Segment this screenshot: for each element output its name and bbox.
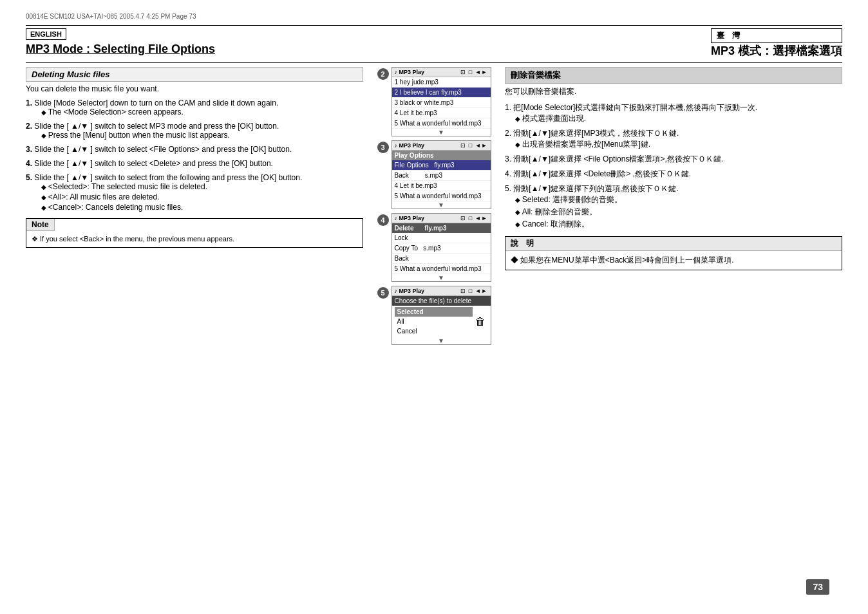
screen2-item-5: 5 What a wonderful world.mp3 (392, 118, 491, 129)
screen4-back: Back (392, 254, 491, 264)
screen2-item-4: 4 Let it be.mp3 (392, 108, 491, 118)
badge-3: 3 (377, 142, 389, 153)
top-divider (26, 25, 842, 26)
step-2-en: 2. Slide the [ ▲/▼ ] switch to select MP… (26, 122, 363, 140)
bullet-5-1: <Selected>: The selected music file is d… (41, 182, 363, 191)
zh-step-1-bullets: 模式選擇畫面出現. (515, 113, 842, 124)
zh-step-3: 3. 滑動[▲/▼]鍵來選擇 <File Options檔案選項>,然後按下ＯＫ… (505, 154, 842, 165)
zh-step-2: 2. 滑動[▲/▼]鍵來選擇[MP3模式，然後按下ＯＫ鍵. 出現音樂檔案選單時,… (505, 128, 842, 150)
screen2-header: ♪ MP3 Play ⊡ □ ◄► (392, 68, 491, 77)
screen2-icons: ⊡ □ ◄► (460, 69, 487, 75)
zh-step-text-5: 滑動[▲/▼]鍵來選擇下列的選項,然後按下ＯＫ鍵. (513, 184, 678, 193)
badge-5: 5 (377, 287, 389, 299)
screen4-copy-to: Copy To s.mp3 (392, 243, 491, 254)
screen2-item-3: 3 black or white.mp3 (392, 98, 491, 108)
screenshot-3-group: 3 ♪ MP3 Play ⊡ □ ◄► Play Options File Op… (377, 140, 491, 209)
zh-step-text-1: 把[Mode Selector]模式選擇鍵向下扳動來打開本機,然後再向下扳動一次… (513, 103, 757, 112)
screen3-file-options: File Options fly.mp3 (392, 160, 491, 171)
col-left: Deleting Music files You can delete the … (26, 67, 363, 345)
step-text-1: Slide [Mode Selector] down to turn on th… (34, 98, 278, 107)
screen3-icons: ⊡ □ ◄► (460, 142, 487, 149)
screen5-icons: ⊡ □ ◄► (460, 288, 487, 294)
steps-list-en: 1. Slide [Mode Selector] down to turn on… (26, 98, 363, 212)
main-title-zh: MP3 模式：選擇檔案選項 (711, 43, 842, 59)
screen2-title: ♪ MP3 Play (395, 69, 425, 75)
section-desc-en: You can delete the music file you want. (26, 84, 363, 93)
section-desc-zh: 您可以刪除音樂檔案. (505, 86, 842, 97)
screen5-choose-header: Choose the file(s) to delete (392, 296, 491, 306)
page-container: 00814E SCM102 USA+TAI~085 2005.4.7 4:25 … (0, 0, 868, 614)
note-content: If you select <Back> in the menu, the pr… (26, 231, 363, 247)
screenshot-5-group: 5 ♪ MP3 Play ⊡ □ ◄► Choose the file(s) t… (377, 286, 491, 345)
zh-step-5: 5. 滑動[▲/▼]鍵來選擇下列的選項,然後按下ＯＫ鍵. Seleted: 選擇… (505, 183, 842, 230)
screen5-selected: Selected (395, 307, 473, 317)
screen3-menu-section: Play Options (392, 151, 491, 160)
explain-box: 說 明 如果您在MENU菜單中選<Back返回>時會回到上一個菜單選項. (505, 236, 842, 270)
device-screen-5: ♪ MP3 Play ⊡ □ ◄► Choose the file(s) to … (392, 286, 491, 345)
device-screen-2: ♪ MP3 Play ⊡ □ ◄► 1 hey jude.mp3 2 I bel… (392, 67, 491, 136)
zh-bullet-5-3: Cancel: 取消刪除。 (515, 219, 842, 230)
step-1-bullets: The <Mode Selection> screen appears. (41, 107, 363, 116)
main-content: Deleting Music files You can delete the … (26, 67, 842, 345)
screen5-options-row: Selected All Cancel 🗑 (392, 306, 491, 337)
step-num-1: 1. (26, 98, 34, 107)
sub-divider (26, 62, 842, 63)
step-2-bullets: Press the [Menu] button when the music l… (41, 131, 363, 140)
zh-step-text-2: 滑動[▲/▼]鍵來選擇[MP3模式，然後按下ＯＫ鍵. (513, 129, 679, 138)
screenshots-col: 2 ♪ MP3 Play ⊡ □ ◄► 1 hey jude.mp3 2 I b… (376, 67, 492, 345)
zh-step-num-3: 3. (505, 154, 513, 163)
taiwan-badge: 臺 灣 (711, 28, 842, 43)
step-num-4: 4. (26, 159, 34, 168)
screen3-item-5: 5 What a wonderful world.mp3 (392, 191, 491, 201)
explain-title: 說 明 (505, 237, 842, 251)
step-num-5: 5. (26, 173, 34, 182)
trash-icon: 🗑 (473, 315, 488, 329)
page-header: ENGLISH MP3 Mode : Selecting File Option… (26, 28, 842, 59)
step-1-en: 1. Slide [Mode Selector] down to turn on… (26, 98, 363, 116)
zh-step-num-4: 4. (505, 169, 513, 178)
screen5-title: ♪ MP3 Play (395, 288, 425, 294)
screen3-scroll: ▼ (392, 201, 491, 209)
screen3-item-4: 4 Let it be.mp3 (392, 181, 491, 191)
bullet-2-1: Press the [Menu] button when the music l… (41, 131, 363, 140)
screen4-header: ♪ MP3 Play ⊡ □ ◄► (392, 214, 491, 223)
note-box: Note If you select <Back> in the menu, t… (26, 218, 363, 248)
main-title-en: MP3 Mode : Selecting File Options (26, 42, 215, 56)
screen3-back: Back s.mp3 (392, 171, 491, 181)
col-right: 刪除音樂檔案 您可以刪除音樂檔案. 1. 把[Mode Selector]模式選… (505, 67, 842, 345)
screenshot-4-group: 4 ♪ MP3 Play ⊡ □ ◄► Delete fly.mp3 Lock … (377, 213, 491, 282)
screen5-cancel: Cancel (395, 326, 473, 336)
zh-bullet-5-2: All: 刪除全部的音樂。 (515, 207, 842, 218)
screen5-all: All (395, 317, 473, 326)
screen4-icons: ⊡ □ ◄► (460, 215, 487, 221)
zh-step-2-bullets: 出現音樂檔案選單時,按[Menu菜單]鍵. (515, 139, 842, 150)
bullet-5-2: <All>: All music files are deleted. (41, 192, 363, 201)
screen5-options: Selected All Cancel (395, 307, 473, 336)
screen3-title: ♪ MP3 Play (395, 142, 425, 149)
zh-step-text-4: 滑動[▲/▼]鍵來選擇 <Delete刪除> ,然後按下ＯＫ鍵. (513, 169, 691, 178)
note-title: Note (26, 219, 55, 231)
file-header-line: 00814E SCM102 USA+TAI~085 2005.4.7 4:25 … (26, 13, 842, 20)
zh-step-text-3: 滑動[▲/▼]鍵來選擇 <File Options檔案選項>,然後按下ＯＫ鍵. (513, 154, 723, 163)
english-badge: ENGLISH (26, 28, 66, 40)
screen2-item-2: 2 I believe I can fly.mp3 (392, 88, 491, 98)
zh-step-num-5: 5. (505, 184, 513, 193)
step-text-3: Slide the [ ▲/▼ ] switch to select <File… (34, 145, 292, 154)
section-header-zh: 刪除音樂檔案 (505, 67, 842, 84)
step-text-2: Slide the [ ▲/▼ ] switch to select MP3 m… (34, 122, 279, 131)
screenshot-2-group: 2 ♪ MP3 Play ⊡ □ ◄► 1 hey jude.mp3 2 I b… (377, 67, 491, 136)
badge-4: 4 (377, 214, 389, 226)
screen2-scroll: ▼ (392, 129, 491, 136)
page-number: 73 (806, 579, 829, 595)
screen2-item-1: 1 hey jude.mp3 (392, 77, 491, 88)
step-text-5: Slide the [ ▲/▼ ] switch to select from … (34, 173, 302, 182)
step-text-4: Slide the [ ▲/▼ ] switch to select <Dele… (34, 159, 273, 168)
badge-2: 2 (377, 68, 389, 80)
bullet-1-1: The <Mode Selection> screen appears. (41, 107, 363, 116)
zh-bullet-1-1: 模式選擇畫面出現. (515, 113, 842, 124)
zh-bullet-5-1: Seleted: 選擇要刪除的音樂。 (515, 194, 842, 205)
step-num-2: 2. (26, 122, 34, 131)
screen5-scroll: ▼ (392, 337, 491, 344)
screen5-header: ♪ MP3 Play ⊡ □ ◄► (392, 286, 491, 296)
steps-list-zh: 1. 把[Mode Selector]模式選擇鍵向下扳動來打開本機,然後再向下扳… (505, 102, 842, 230)
